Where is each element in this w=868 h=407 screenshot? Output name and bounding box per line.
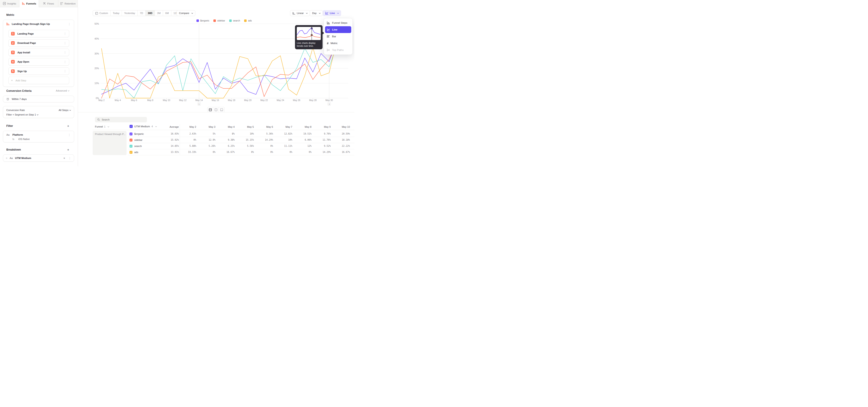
funnel-steps-icon (327, 21, 330, 24)
kebab-menu-icon[interactable]: ⋮ (64, 41, 66, 44)
filter-property[interactable]: Platform (12, 133, 65, 136)
menu-item-metric[interactable]: #Metric (325, 40, 351, 46)
annotation-badge[interactable]: 1 (197, 102, 201, 105)
range-custom[interactable]: Custom (93, 10, 111, 16)
kebab-menu-icon[interactable]: ⋮ (64, 51, 66, 54)
funnel-step-landing-page[interactable]: 1Landing Page⋮ (8, 30, 69, 37)
row-checkbox[interactable]: ✓ (129, 138, 132, 142)
filter-segment-dropdown[interactable]: Filter + Segment on Step 1 (6, 113, 71, 117)
metric-card-header[interactable]: Landing Page through Sign Up ⋮ (3, 20, 74, 27)
range-6m[interactable]: 6M (163, 10, 171, 16)
kebab-menu-icon[interactable]: ⋮ (64, 32, 66, 35)
insights-icon (3, 2, 6, 5)
tab-insights[interactable]: Insights (0, 0, 20, 7)
chevron-down-icon (37, 114, 38, 115)
table-row-ads[interactable]: ✓ads13.91%33.33%0%16.67%0%0%0%0%14.29%16… (128, 149, 354, 155)
funnel-step-download-page[interactable]: 2Download Page⋮ (8, 39, 69, 47)
tab-flows[interactable]: Flows (39, 0, 58, 7)
date-column-header: May 4 (217, 125, 235, 128)
breakdown-card: ≡ Aa UTM Medium × ⋮ (3, 154, 74, 162)
conversion-criteria-heading: Conversion Criteria (6, 89, 31, 92)
menu-item-label: Funnel Steps (332, 22, 347, 24)
range-30d[interactable]: 30D (146, 10, 155, 16)
select-all-checkbox[interactable]: ✓ (129, 125, 133, 128)
table-view-toggle[interactable] (219, 107, 224, 112)
row-checkbox[interactable]: ✓ (129, 151, 132, 154)
check-icon: ✓ (130, 133, 132, 135)
funnel-step-sign-up[interactable]: 5Sign Up⋮ (8, 67, 69, 75)
text-type-icon: Aa (9, 157, 13, 159)
kebab-menu-icon[interactable]: ⋮ (68, 23, 71, 26)
range-yesterday[interactable]: Yesterday (122, 10, 138, 16)
tooltip-arrow (322, 31, 324, 35)
cell-value: 15.15% (236, 138, 254, 141)
table-row-search[interactable]: ✓search14.85%5.88%5.26%6.25%5.56%0%11.11… (128, 143, 354, 149)
add-step-button[interactable]: + Add Step (8, 77, 69, 84)
filter-card: Aa Platform ⋮ Is iOS Native (3, 131, 74, 143)
date-column-header: May 9 (313, 125, 331, 128)
granularity-dropdown-button[interactable]: Day (310, 10, 323, 16)
kebab-menu-icon[interactable]: ⋮ (68, 157, 71, 160)
compare-button[interactable]: Compare (177, 10, 195, 16)
conversion-window-card[interactable]: Within 7 days (3, 96, 74, 102)
cell-value: 12.82% (274, 132, 292, 135)
cell-value: 0% (255, 151, 273, 153)
tab-funnels[interactable]: Funnels (20, 0, 39, 7)
add-filter-button[interactable]: + (67, 124, 69, 128)
x-axis-label: May 12 (176, 99, 190, 101)
split-view-toggle[interactable] (208, 107, 213, 112)
filter-operator[interactable]: Is (12, 138, 14, 140)
kebab-menu-icon[interactable]: ⋮ (64, 60, 66, 63)
filter-value[interactable]: iOS Native (18, 138, 30, 140)
breakdown-column-dropdown[interactable]: ✓ UTM Medium 4 (129, 125, 157, 128)
legend-item-ads[interactable]: ads (244, 19, 252, 22)
granularity-label: Day (312, 12, 317, 14)
row-label: search (134, 145, 142, 148)
funnel-column-dropdown[interactable]: Funnel 1 (95, 125, 109, 128)
retention-icon (60, 2, 63, 5)
search-input[interactable] (102, 118, 143, 121)
table-header: Funnel 1 ✓ UTM Medium 4 Average May 2May… (93, 124, 354, 130)
tab-retention[interactable]: Retention (58, 0, 78, 7)
menu-item-line[interactable]: Line (325, 26, 351, 33)
annotation-badge[interactable]: 1 (328, 102, 331, 105)
top-paths-icon (327, 49, 330, 52)
kebab-menu-icon[interactable]: ⋮ (68, 133, 71, 136)
legend-item-organic[interactable]: $organic (196, 19, 209, 22)
add-breakdown-button[interactable]: + (67, 148, 69, 152)
step-label: Landing Page (18, 32, 61, 35)
table-row-sidebar[interactable]: ✓sidebar15.92%0%12.9%9.38%15.15%14.29%10… (128, 137, 354, 143)
funnel-step-app-open[interactable]: 4App Open⋮ (8, 58, 69, 66)
y-axis-label: 30% (90, 53, 99, 55)
funnel-step-app-install[interactable]: 3App Install⋮ (8, 49, 69, 56)
menu-item-funnel-steps[interactable]: Funnel Steps (325, 20, 351, 26)
range-7d[interactable]: 7D (138, 10, 146, 16)
row-checkbox[interactable]: ✓ (129, 132, 132, 135)
funnel-cell[interactable]: Product Viewed through P... (93, 131, 127, 155)
table-row-organic[interactable]: ✓$organic16.03%2.63%5%8%10%5.36%12.82%19… (128, 131, 354, 137)
kebab-menu-icon[interactable]: ⋮ (64, 70, 66, 72)
advanced-toggle[interactable]: Advanced (56, 89, 69, 92)
cell-value: 10% (274, 138, 292, 141)
chart-view-toggle[interactable] (213, 107, 219, 112)
cell-value: 11.76% (313, 138, 331, 141)
y-axis-label: 20% (90, 67, 99, 70)
text-type-icon: Aa (6, 133, 9, 136)
scale-dropdown-button[interactable]: Linear (290, 10, 310, 16)
legend-label: sidebar (217, 19, 225, 22)
breakdown-property[interactable]: UTM Medium (15, 157, 61, 159)
range-today[interactable]: Today (111, 10, 122, 16)
drag-handle-icon[interactable]: ≡ (6, 157, 7, 159)
range-label: Today (113, 12, 119, 14)
menu-item-bar[interactable]: Bar (325, 33, 351, 40)
chart-type-dropdown-button[interactable]: Line (323, 10, 341, 16)
legend-item-search[interactable]: search (229, 19, 240, 22)
all-steps-dropdown[interactable]: All Steps (59, 109, 71, 112)
chevron-down-icon (337, 12, 339, 13)
range-3m[interactable]: 3M (155, 10, 163, 16)
conversion-rate-label: Conversion Rate (6, 109, 25, 112)
split-vertical-icon (215, 108, 217, 111)
legend-item-sidebar[interactable]: sidebar (213, 19, 225, 22)
remove-breakdown-icon[interactable]: × (63, 156, 65, 160)
row-checkbox[interactable]: ✓ (129, 145, 132, 148)
